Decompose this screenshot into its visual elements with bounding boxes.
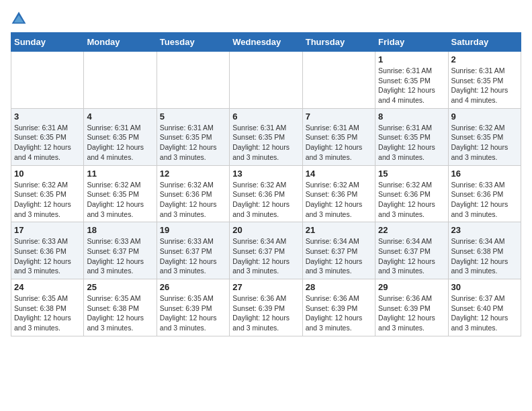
- day-number: 18: [87, 225, 153, 235]
- day-info: Sunrise: 6:33 AMSunset: 6:36 PMDaylight:…: [451, 180, 518, 220]
- day-number: 12: [160, 169, 226, 179]
- day-number: 22: [378, 225, 445, 235]
- day-number: 21: [306, 225, 372, 235]
- day-number: 15: [378, 169, 445, 179]
- day-info: Sunrise: 6:32 AMSunset: 6:36 PMDaylight:…: [232, 180, 299, 220]
- calendar-cell: 11Sunrise: 6:32 AMSunset: 6:35 PMDayligh…: [84, 165, 157, 222]
- day-info: Sunrise: 6:32 AMSunset: 6:36 PMDaylight:…: [306, 180, 372, 220]
- calendar-cell: 20Sunrise: 6:34 AMSunset: 6:37 PMDayligh…: [230, 222, 302, 279]
- day-number: 14: [306, 169, 372, 179]
- day-number: 25: [87, 282, 153, 292]
- day-header-thursday: Thursday: [302, 33, 375, 52]
- day-header-sunday: Sunday: [11, 33, 84, 52]
- calendar-cell: 8Sunrise: 6:31 AMSunset: 6:35 PMDaylight…: [375, 108, 448, 165]
- day-info: Sunrise: 6:37 AMSunset: 6:40 PMDaylight:…: [451, 293, 518, 333]
- week-row-4: 17Sunrise: 6:33 AMSunset: 6:36 PMDayligh…: [11, 222, 521, 279]
- calendar-cell: [84, 52, 157, 109]
- week-row-2: 3Sunrise: 6:31 AMSunset: 6:35 PMDaylight…: [11, 108, 521, 165]
- day-number: 10: [14, 169, 81, 179]
- calendar-cell: 27Sunrise: 6:36 AMSunset: 6:39 PMDayligh…: [230, 279, 302, 336]
- day-number: 4: [87, 111, 153, 122]
- calendar-cell: 19Sunrise: 6:33 AMSunset: 6:37 PMDayligh…: [157, 222, 229, 279]
- day-info: Sunrise: 6:35 AMSunset: 6:38 PMDaylight:…: [14, 293, 81, 333]
- calendar-cell: 6Sunrise: 6:31 AMSunset: 6:35 PMDaylight…: [230, 108, 302, 165]
- day-info: Sunrise: 6:36 AMSunset: 6:39 PMDaylight:…: [232, 293, 299, 333]
- calendar-cell: 25Sunrise: 6:35 AMSunset: 6:38 PMDayligh…: [84, 279, 157, 336]
- day-number: 13: [232, 169, 299, 179]
- day-number: 29: [378, 282, 445, 292]
- day-number: 8: [378, 111, 445, 122]
- day-info: Sunrise: 6:33 AMSunset: 6:36 PMDaylight:…: [14, 236, 81, 276]
- calendar-header-row: SundayMondayTuesdayWednesdayThursdayFrid…: [11, 33, 521, 52]
- day-number: 19: [160, 225, 226, 235]
- day-info: Sunrise: 6:31 AMSunset: 6:35 PMDaylight:…: [87, 123, 153, 163]
- calendar-cell: 9Sunrise: 6:32 AMSunset: 6:35 PMDaylight…: [448, 108, 521, 165]
- day-info: Sunrise: 6:33 AMSunset: 6:37 PMDaylight:…: [160, 236, 226, 276]
- calendar-cell: 5Sunrise: 6:31 AMSunset: 6:35 PMDaylight…: [157, 108, 229, 165]
- week-row-1: 1Sunrise: 6:31 AMSunset: 6:35 PMDaylight…: [11, 52, 521, 109]
- day-number: 5: [160, 111, 226, 122]
- day-number: 17: [14, 225, 81, 235]
- calendar-cell: 23Sunrise: 6:34 AMSunset: 6:38 PMDayligh…: [448, 222, 521, 279]
- calendar-cell: 12Sunrise: 6:32 AMSunset: 6:36 PMDayligh…: [157, 165, 229, 222]
- day-info: Sunrise: 6:36 AMSunset: 6:39 PMDaylight:…: [306, 293, 372, 333]
- logo: [11, 11, 30, 27]
- day-header-tuesday: Tuesday: [157, 33, 229, 52]
- day-number: 16: [451, 169, 518, 179]
- day-number: 1: [378, 54, 445, 64]
- calendar-cell: 10Sunrise: 6:32 AMSunset: 6:35 PMDayligh…: [11, 165, 84, 222]
- day-header-saturday: Saturday: [448, 33, 521, 52]
- calendar-cell: 29Sunrise: 6:36 AMSunset: 6:39 PMDayligh…: [375, 279, 448, 336]
- day-number: 27: [232, 282, 299, 292]
- day-info: Sunrise: 6:31 AMSunset: 6:35 PMDaylight:…: [378, 123, 445, 163]
- day-number: 2: [451, 54, 518, 64]
- day-info: Sunrise: 6:34 AMSunset: 6:37 PMDaylight:…: [378, 236, 445, 276]
- day-info: Sunrise: 6:34 AMSunset: 6:37 PMDaylight:…: [232, 236, 299, 276]
- day-info: Sunrise: 6:36 AMSunset: 6:39 PMDaylight:…: [378, 293, 445, 333]
- day-info: Sunrise: 6:31 AMSunset: 6:35 PMDaylight:…: [14, 123, 81, 163]
- calendar-cell: [302, 52, 375, 109]
- logo-icon: [11, 11, 27, 27]
- day-info: Sunrise: 6:31 AMSunset: 6:35 PMDaylight:…: [306, 123, 372, 163]
- week-row-3: 10Sunrise: 6:32 AMSunset: 6:35 PMDayligh…: [11, 165, 521, 222]
- day-info: Sunrise: 6:32 AMSunset: 6:36 PMDaylight:…: [160, 180, 226, 220]
- day-info: Sunrise: 6:32 AMSunset: 6:35 PMDaylight:…: [451, 123, 518, 163]
- day-info: Sunrise: 6:34 AMSunset: 6:38 PMDaylight:…: [451, 236, 518, 276]
- day-number: 24: [14, 282, 81, 292]
- calendar-cell: 26Sunrise: 6:35 AMSunset: 6:39 PMDayligh…: [157, 279, 229, 336]
- calendar-cell: [11, 52, 84, 109]
- day-info: Sunrise: 6:35 AMSunset: 6:38 PMDaylight:…: [87, 293, 153, 333]
- day-number: 3: [14, 111, 81, 122]
- day-info: Sunrise: 6:32 AMSunset: 6:35 PMDaylight:…: [14, 180, 81, 220]
- day-number: 9: [451, 111, 518, 122]
- calendar-cell: [157, 52, 229, 109]
- calendar-cell: 30Sunrise: 6:37 AMSunset: 6:40 PMDayligh…: [448, 279, 521, 336]
- calendar-cell: 13Sunrise: 6:32 AMSunset: 6:36 PMDayligh…: [230, 165, 302, 222]
- calendar-cell: 24Sunrise: 6:35 AMSunset: 6:38 PMDayligh…: [11, 279, 84, 336]
- calendar-cell: 28Sunrise: 6:36 AMSunset: 6:39 PMDayligh…: [302, 279, 375, 336]
- calendar-cell: 1Sunrise: 6:31 AMSunset: 6:35 PMDaylight…: [375, 52, 448, 109]
- calendar-cell: [230, 52, 302, 109]
- day-info: Sunrise: 6:34 AMSunset: 6:37 PMDaylight:…: [306, 236, 372, 276]
- calendar-cell: 4Sunrise: 6:31 AMSunset: 6:35 PMDaylight…: [84, 108, 157, 165]
- week-row-5: 24Sunrise: 6:35 AMSunset: 6:38 PMDayligh…: [11, 279, 521, 336]
- page-header: [11, 11, 521, 27]
- calendar-cell: 16Sunrise: 6:33 AMSunset: 6:36 PMDayligh…: [448, 165, 521, 222]
- day-number: 6: [232, 111, 299, 122]
- calendar-cell: 17Sunrise: 6:33 AMSunset: 6:36 PMDayligh…: [11, 222, 84, 279]
- day-number: 28: [306, 282, 372, 292]
- calendar-table: SundayMondayTuesdayWednesdayThursdayFrid…: [11, 32, 521, 336]
- calendar-cell: 3Sunrise: 6:31 AMSunset: 6:35 PMDaylight…: [11, 108, 84, 165]
- day-info: Sunrise: 6:35 AMSunset: 6:39 PMDaylight:…: [160, 293, 226, 333]
- day-info: Sunrise: 6:32 AMSunset: 6:36 PMDaylight:…: [378, 180, 445, 220]
- day-info: Sunrise: 6:31 AMSunset: 6:35 PMDaylight:…: [451, 66, 518, 105]
- day-number: 20: [232, 225, 299, 235]
- calendar-cell: 21Sunrise: 6:34 AMSunset: 6:37 PMDayligh…: [302, 222, 375, 279]
- calendar-cell: 14Sunrise: 6:32 AMSunset: 6:36 PMDayligh…: [302, 165, 375, 222]
- calendar-cell: 7Sunrise: 6:31 AMSunset: 6:35 PMDaylight…: [302, 108, 375, 165]
- calendar-cell: 15Sunrise: 6:32 AMSunset: 6:36 PMDayligh…: [375, 165, 448, 222]
- day-header-wednesday: Wednesday: [230, 33, 302, 52]
- day-info: Sunrise: 6:33 AMSunset: 6:37 PMDaylight:…: [87, 236, 153, 276]
- day-info: Sunrise: 6:31 AMSunset: 6:35 PMDaylight:…: [378, 66, 445, 105]
- day-number: 23: [451, 225, 518, 235]
